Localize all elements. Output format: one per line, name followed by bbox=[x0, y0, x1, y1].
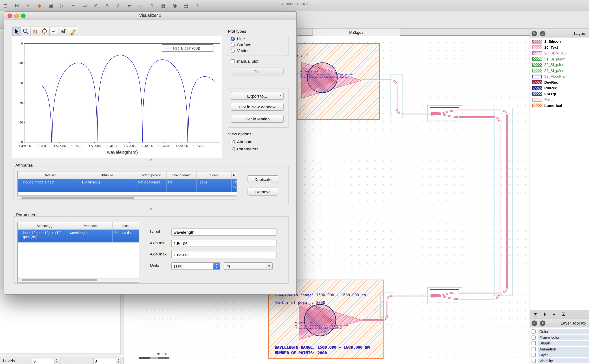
parameters-checkbox[interactable] bbox=[231, 147, 235, 151]
level-min-steppers[interactable]: ▲▼ bbox=[54, 358, 59, 364]
move-to-bottom-icon[interactable] bbox=[531, 311, 539, 318]
close-icon[interactable]: ✕ bbox=[532, 31, 537, 36]
step-up-icon[interactable]: ▲ bbox=[116, 358, 121, 361]
toolbox-checkbox[interactable] bbox=[532, 359, 536, 363]
radio-icon[interactable] bbox=[231, 37, 235, 41]
duplicate-button[interactable]: Duplicate bbox=[248, 175, 278, 183]
export-button[interactable]: Export to...▾ bbox=[231, 92, 284, 100]
column-header[interactable]: ector operatio bbox=[136, 171, 167, 179]
layer-row[interactable]: 33_Si_p2nm bbox=[530, 68, 589, 74]
axis-max-input[interactable] bbox=[172, 251, 276, 258]
plot-curve-button[interactable] bbox=[50, 27, 59, 36]
step-up-icon[interactable]: ▲ bbox=[213, 263, 220, 266]
units-scale-steppers[interactable]: ▲▼ bbox=[213, 263, 220, 269]
units-scale-spinbox[interactable]: (1e0) ▲▼ bbox=[171, 262, 220, 270]
attributes-checkbox[interactable] bbox=[231, 140, 235, 144]
layer-row[interactable]: 26_SEM_ROI bbox=[530, 50, 589, 56]
column-header[interactable]: Parameter bbox=[68, 222, 113, 229]
column-header[interactable]: Attribute(s) bbox=[21, 222, 68, 229]
layer-row[interactable]: 99_FloorPlan bbox=[530, 73, 589, 79]
dialog-titlebar[interactable]: Visualizer 1 bbox=[4, 12, 296, 20]
annotate-tool-button[interactable] bbox=[68, 27, 78, 36]
step-up-icon[interactable]: ▲ bbox=[54, 358, 59, 361]
level-min-spinbox[interactable]: ▲▼ bbox=[32, 358, 60, 364]
level-max-steppers[interactable]: ▲▼ bbox=[116, 358, 120, 364]
toolbox-row[interactable]: Stipple bbox=[530, 340, 589, 346]
scrollbar-thumb[interactable] bbox=[21, 197, 134, 199]
step-down-icon[interactable]: ▼ bbox=[213, 266, 220, 269]
move-to-top-icon[interactable] bbox=[559, 311, 567, 318]
toolbox-checkbox[interactable] bbox=[532, 353, 536, 357]
cell-panel-hscrollbar[interactable] bbox=[0, 353, 120, 357]
zoom-tool-button[interactable] bbox=[21, 27, 31, 36]
toolbox-row[interactable]: Frame color bbox=[530, 335, 589, 340]
layer-row[interactable]: 1_Silicon bbox=[530, 39, 589, 45]
plot-widget[interactable]: 1.49e-061.5e-061.51e-061.52e-061.53e-061… bbox=[12, 36, 222, 158]
column-header[interactable]: Data set bbox=[21, 171, 78, 179]
layer-row[interactable]: 10_Text bbox=[530, 44, 589, 50]
radio-icon[interactable] bbox=[231, 43, 235, 47]
radio-vector[interactable]: Vector bbox=[231, 48, 249, 53]
layer-row[interactable]: 32_Si_p4nm bbox=[530, 62, 589, 68]
toolbox-row[interactable]: Visibility bbox=[530, 358, 589, 364]
level-min-input[interactable] bbox=[32, 358, 54, 364]
splitter-handle[interactable] bbox=[150, 208, 152, 210]
units-unit-dropdown[interactable]: m ▼ bbox=[224, 262, 273, 270]
level-max-spinbox[interactable]: ▲▼ bbox=[93, 358, 121, 364]
pan-tool-button[interactable] bbox=[31, 27, 40, 36]
move-down-icon[interactable] bbox=[541, 311, 549, 318]
step-down-icon[interactable]: ▼ bbox=[54, 361, 59, 364]
parameters-checkbox-row[interactable]: Parameters bbox=[231, 147, 258, 151]
layer-row[interactable]: FbrTgt bbox=[530, 91, 589, 97]
parameters-row[interactable]: input 1/mode 1/gain (TE gain (dB)) wavel… bbox=[18, 230, 139, 242]
axis-min-input[interactable] bbox=[172, 240, 276, 247]
close-icon[interactable]: ✕ bbox=[532, 320, 537, 326]
layer-row[interactable]: PinRec bbox=[530, 85, 589, 91]
plot-matlab-button[interactable]: Plot in Matlab bbox=[231, 115, 284, 123]
radio-icon[interactable] bbox=[231, 49, 235, 53]
remove-button[interactable]: Remove bbox=[248, 188, 278, 195]
column-header[interactable]: Scale bbox=[197, 171, 232, 179]
axis-min-field[interactable] bbox=[171, 240, 276, 247]
toolbox-row[interactable]: Style bbox=[530, 352, 589, 358]
parameters-hscrollbar[interactable] bbox=[18, 278, 139, 281]
plot-button[interactable]: Plot bbox=[231, 68, 284, 75]
attributes-hscrollbar[interactable] bbox=[17, 196, 237, 200]
cell-attribute: TE gain (dB) bbox=[78, 179, 136, 192]
layer-row[interactable]: Lumerical bbox=[530, 103, 589, 109]
layer-row[interactable]: Errors bbox=[530, 97, 589, 103]
radio-surface[interactable]: Surface bbox=[231, 42, 251, 47]
column-header[interactable]: R bbox=[232, 171, 237, 179]
manual-plot-checkbox[interactable] bbox=[231, 59, 235, 63]
column-header[interactable]: Attribute bbox=[78, 171, 136, 179]
toolbox-checkbox[interactable] bbox=[532, 335, 536, 339]
move-up-icon[interactable] bbox=[550, 311, 558, 318]
attributes-row[interactable]: input 1/mode 1/gain TE gain (dB) Not App… bbox=[18, 179, 237, 192]
column-header[interactable]: calar operatio bbox=[167, 171, 197, 179]
scrollbar-thumb[interactable] bbox=[22, 279, 97, 281]
column-header[interactable]: Action bbox=[113, 222, 139, 229]
toolbox-row[interactable]: Animation bbox=[530, 346, 589, 352]
plot-new-window-button[interactable]: Plot in New Window bbox=[231, 103, 284, 111]
radio-line[interactable]: Line bbox=[231, 36, 245, 41]
axis-max-field[interactable] bbox=[171, 251, 276, 258]
toolbox-checkbox[interactable] bbox=[532, 341, 536, 345]
toolbox-checkbox[interactable] bbox=[532, 330, 536, 334]
toolbox-checkbox[interactable] bbox=[532, 347, 536, 351]
select-tool-button[interactable] bbox=[12, 27, 21, 36]
layer-row[interactable]: 31_Si_p6nm bbox=[530, 56, 589, 62]
splitter-handle[interactable] bbox=[150, 159, 152, 161]
step-down-icon[interactable]: ▼ bbox=[116, 361, 121, 364]
attributes-checkbox-row[interactable]: Attributes bbox=[231, 140, 254, 144]
detach-icon[interactable]: ⌀ bbox=[540, 320, 545, 326]
label-input[interactable] bbox=[172, 229, 276, 235]
tab-mzi-gds[interactable]: MZI.gds bbox=[313, 28, 400, 36]
manual-plot-checkbox-row[interactable]: manual plot bbox=[231, 59, 258, 63]
layer-row[interactable]: DevRec bbox=[530, 79, 589, 85]
level-max-input[interactable] bbox=[94, 358, 116, 364]
zoom-extents-button[interactable] bbox=[40, 27, 50, 36]
toolbox-row[interactable]: Color bbox=[530, 329, 589, 335]
label-field[interactable] bbox=[171, 229, 276, 236]
matlab-tool-button[interactable]: M bbox=[59, 27, 68, 36]
detach-icon[interactable]: ⌀ bbox=[540, 31, 545, 36]
